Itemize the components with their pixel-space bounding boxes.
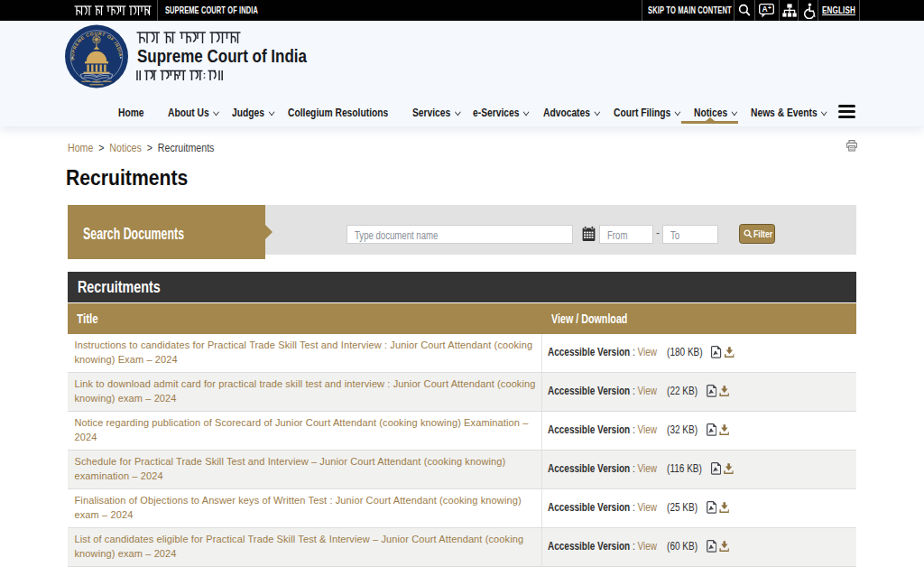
svg-text:+: + [768, 4, 772, 10]
svg-text:A: A [762, 5, 768, 14]
